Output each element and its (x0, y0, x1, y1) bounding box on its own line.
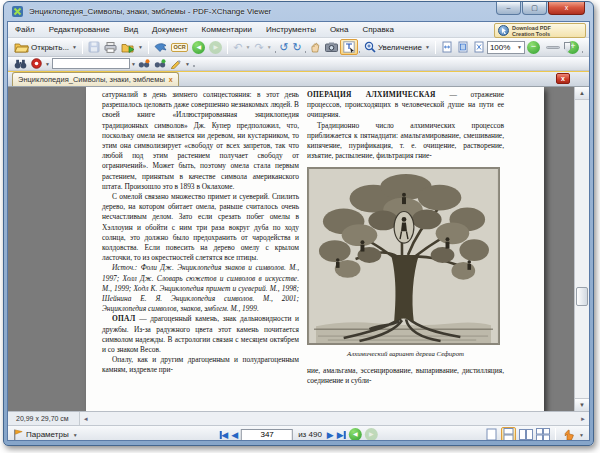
zoom-slider[interactable] (546, 46, 561, 49)
zoom-out-button[interactable]: − (525, 39, 542, 55)
last-page-button[interactable]: ▶ (337, 429, 346, 441)
find-previous-icon (138, 59, 150, 68)
close-button[interactable]: x (548, 2, 585, 15)
facing-continuous-layout-button[interactable] (535, 427, 550, 441)
find-button[interactable] (12, 58, 29, 70)
right-text-column: ОПЕРАЦИЯ АЛХИМИЧЕСКАЯ — отражение процес… (307, 90, 504, 386)
fit-width-icon (457, 41, 469, 53)
pen-icon (170, 58, 182, 69)
download-hand-icon (498, 25, 509, 36)
page-number-input[interactable] (241, 429, 293, 441)
entry-paragraph: ОПАЛ — драгоценный камень, знак дальнови… (102, 314, 299, 355)
paragraph: ние, амальгама, эссенцирование, выпарива… (307, 366, 504, 386)
chevron-down-icon[interactable]: ▼ (267, 44, 272, 50)
scroll-down-icon[interactable]: ▼ (575, 398, 589, 411)
menu-document[interactable]: Документ (145, 25, 195, 34)
titlebar[interactable]: Энциклопедия_Символы, знаки, эмблемы - P… (4, 2, 593, 21)
tree-engraving-image (307, 167, 500, 345)
app-icon (11, 5, 24, 18)
page-total-label: из 490 (298, 430, 322, 439)
menu-edit[interactable]: Редактирование (42, 25, 117, 34)
find-next-icon (154, 59, 166, 68)
window-title: Энциклопедия_Символы, знаки, эмблемы - P… (29, 7, 271, 16)
undo-button[interactable]: ↶▼ (231, 39, 252, 55)
pen-tool-button[interactable]: ▼ (168, 58, 192, 70)
export-button[interactable]: ▼ (119, 39, 145, 55)
select-tool-button[interactable] (340, 39, 358, 55)
fit-page-button[interactable] (439, 39, 455, 55)
zoom-tool-button[interactable]: Увеличение▼ (362, 39, 432, 55)
vertical-scroll-thumb[interactable] (576, 287, 588, 306)
open-button[interactable]: Открыть...▼ (12, 39, 79, 55)
app-window: Энциклопедия_Символы, знаки, эмблемы - P… (3, 1, 594, 446)
chevron-down-icon[interactable]: ▼ (185, 61, 190, 67)
download-pdf-tools-button[interactable]: Download PDFCreation Tools (494, 23, 586, 38)
single-page-icon (486, 428, 497, 441)
facing-icon (519, 428, 533, 441)
save-icon (88, 41, 100, 53)
chevron-down-icon[interactable]: ▼ (45, 61, 50, 67)
menu-help[interactable]: Справка (355, 25, 400, 34)
page-size-label: 20,99 x 29,70 см (8, 412, 80, 425)
chevron-down-icon[interactable]: ▼ (425, 44, 430, 50)
vertical-scrollbar[interactable]: ▲ ▼ (574, 87, 589, 411)
figure: Алхимический вариант дерева Сефирот (307, 167, 504, 359)
scroll-right-icon[interactable]: ► (577, 416, 589, 422)
go-back-button[interactable]: ◀ (190, 39, 207, 55)
maximize-button[interactable]: ▢ (522, 2, 547, 15)
hand-tool-button[interactable] (307, 39, 323, 55)
parameters-button[interactable]: Параметры ▼ (13, 429, 78, 440)
printer-icon (104, 42, 117, 53)
first-page-button[interactable]: ◀ (219, 429, 228, 441)
menu-file[interactable]: Файл (8, 25, 42, 34)
chevron-down-icon[interactable]: ▼ (579, 432, 584, 438)
previous-view-button[interactable]: ◀ (349, 428, 362, 441)
stamp-tool-button[interactable]: ▼ (29, 58, 52, 70)
document-tab[interactable]: Энциклопедия_Символы, знаки, эмблемы x (12, 72, 179, 86)
next-page-button[interactable]: ▶ (327, 429, 334, 441)
snapshot-tool-button[interactable] (323, 39, 340, 55)
binoculars-icon (14, 59, 27, 69)
pan-tool-button[interactable] (561, 427, 576, 441)
magnifier-icon (364, 41, 376, 53)
menu-view[interactable]: Вид (117, 25, 145, 34)
find-previous-button[interactable] (136, 58, 152, 70)
next-view-button[interactable]: ▶ (365, 428, 378, 441)
fit-width-button[interactable] (455, 39, 471, 55)
rotate-ccw-button[interactable]: ↺ (277, 39, 290, 55)
menu-tools[interactable]: Инструменты (259, 25, 323, 34)
rotate-cw-button[interactable]: ↻ (290, 39, 303, 55)
chevron-down-icon[interactable]: ▼ (517, 44, 522, 50)
search-input[interactable] (52, 58, 130, 69)
redo-button[interactable]: ↷▼ (252, 39, 273, 55)
email-button[interactable] (152, 39, 169, 55)
chevron-down-icon[interactable]: ▼ (73, 432, 78, 438)
fit-visible-button[interactable] (471, 39, 487, 55)
chevron-down-icon[interactable]: ▼ (72, 44, 77, 50)
go-forward-button[interactable]: ▶ (207, 39, 224, 55)
find-next-button[interactable] (152, 58, 168, 70)
save-button[interactable] (86, 39, 102, 55)
minimize-button[interactable]: – (496, 2, 521, 15)
close-document-button[interactable]: x (556, 73, 570, 84)
scroll-up-icon[interactable]: ▲ (575, 87, 589, 100)
chevron-down-icon[interactable]: ▼ (138, 44, 143, 50)
rotate-cw-icon: ↻ (292, 42, 301, 53)
print-button[interactable] (102, 39, 119, 55)
chevron-down-icon[interactable]: ▼ (245, 44, 250, 50)
menu-comments[interactable]: Комментарии (195, 25, 259, 34)
menu-windows[interactable]: Окна (323, 25, 356, 34)
previous-page-button[interactable]: ◀ (231, 429, 238, 441)
single-page-layout-button[interactable] (484, 427, 499, 441)
continuous-layout-button[interactable] (501, 427, 516, 441)
tab-close-icon[interactable]: x (169, 76, 173, 83)
paragraph: сатурналий в день зимнего солнцестояния:… (102, 90, 299, 192)
hand-icon (309, 41, 321, 53)
document-viewport[interactable]: сатурналий в день зимнего солнцестояния:… (8, 86, 589, 411)
ocr-button[interactable]: OCR (169, 39, 190, 55)
facing-continuous-icon (536, 428, 550, 441)
zoom-level-combo[interactable]: 100%▼ (487, 41, 525, 54)
scroll-left-icon[interactable]: ◄ (80, 416, 92, 422)
facing-layout-button[interactable] (518, 427, 533, 441)
client-area: Файл Редактирование Вид Документ Коммент… (7, 21, 590, 441)
